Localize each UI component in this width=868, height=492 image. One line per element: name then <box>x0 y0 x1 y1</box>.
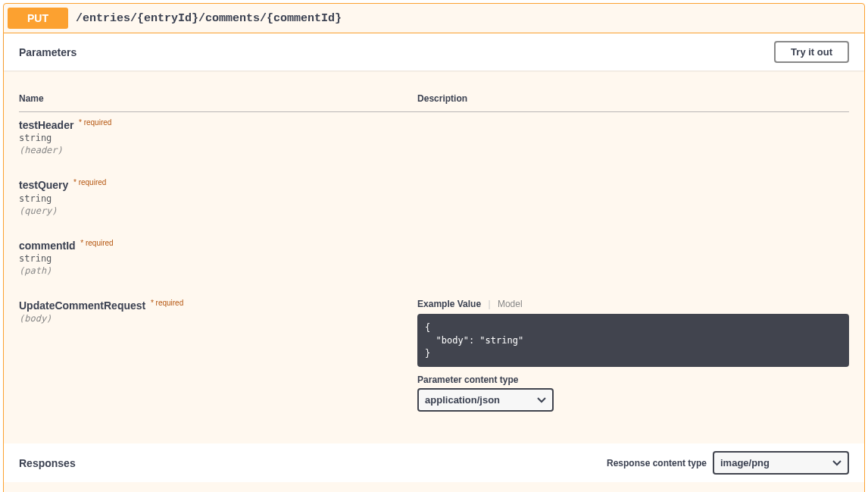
parameters-title: Parameters <box>19 46 774 58</box>
operation-path: /entries/{entryId}/comments/{commentId} <box>68 12 349 25</box>
required-badge: * required <box>76 118 111 127</box>
required-badge: * required <box>148 299 183 307</box>
parameters-header: Parameters Try it out <box>4 33 864 71</box>
param-type: string <box>19 192 417 204</box>
response-content-type-label: Response content type <box>607 458 707 468</box>
param-type: string <box>19 131 417 143</box>
operation-block: PUT /entries/{entryId}/comments/{comment… <box>3 3 865 492</box>
tab-model[interactable]: Model <box>498 299 523 309</box>
operation-summary[interactable]: PUT /entries/{entryId}/comments/{comment… <box>4 4 864 33</box>
param-in: (path) <box>19 264 417 276</box>
param-content-type-label: Parameter content type <box>417 374 849 385</box>
param-name: commentId <box>19 240 76 252</box>
param-in: (query) <box>19 204 417 216</box>
required-badge: * required <box>71 178 106 186</box>
tab-example-value[interactable]: Example Value <box>417 299 481 309</box>
param-name: UpdateCommentRequest <box>19 299 145 312</box>
model-example-tabs: Example Value | Model <box>417 299 849 314</box>
param-in: (body) <box>19 312 417 324</box>
try-it-out-button[interactable]: Try it out <box>774 41 849 63</box>
operation-body: Parameters Try it out Name Description t… <box>4 33 864 492</box>
responses-title: Responses <box>19 457 607 469</box>
parameters-table: Name Description testHeader * required s… <box>19 86 849 428</box>
param-content-type-select[interactable]: application/json <box>417 388 554 412</box>
table-row: UpdateCommentRequest * required (body) E… <box>19 293 849 428</box>
col-header-description: Description <box>417 86 849 112</box>
responses-header: Responses Response content type image/pn… <box>4 443 864 482</box>
required-badge: * required <box>78 239 113 247</box>
param-name: testHeader <box>19 119 73 131</box>
param-type: string <box>19 252 417 264</box>
example-json[interactable]: { "body": "string" } <box>417 314 849 367</box>
param-in: (header) <box>19 143 417 155</box>
table-row: testHeader * required string (header) <box>19 112 849 173</box>
col-header-name: Name <box>19 86 417 112</box>
param-name: testQuery <box>19 180 68 192</box>
response-content-type-select[interactable]: image/png <box>713 451 849 475</box>
table-row: commentId * required string (path) <box>19 233 849 293</box>
table-row: testQuery * required string (query) <box>19 172 849 232</box>
http-method-badge: PUT <box>8 8 68 29</box>
